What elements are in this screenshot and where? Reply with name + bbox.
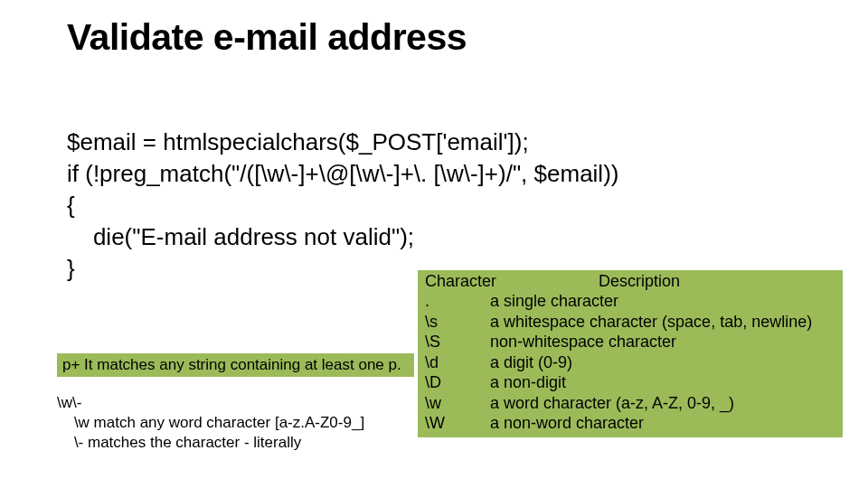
cell-desc: a whitespace character (space, tab, newl… [490, 312, 835, 333]
table-row: .a single character [425, 291, 835, 312]
code-line: die("E-mail address not valid"); [67, 223, 414, 250]
table-row: \wa word character (a-z, A-Z, 0-9, _) [425, 393, 835, 414]
cell-desc: a word character (a-z, A-Z, 0-9, _) [490, 393, 835, 414]
cell-desc: a non-digit [490, 372, 835, 393]
code-line: $email = htmlspecialchars($_POST['email'… [67, 128, 529, 155]
note-p-plus: p+ It matches any string containing at l… [57, 353, 414, 377]
table-row: \Snon-whitespace character [425, 332, 835, 352]
cell-desc: a non-word character [490, 413, 835, 434]
note-w-dash: \w\- \w match any word character [a-z.A-… [57, 393, 364, 453]
regex-char-table: Character Description .a single characte… [418, 270, 843, 437]
header-character: Character [425, 272, 490, 291]
cell-desc: non-whitespace character [490, 332, 835, 352]
table-row: \sa whitespace character (space, tab, ne… [425, 312, 835, 333]
table-row: \Da non-digit [425, 372, 835, 393]
code-line: { [67, 192, 75, 219]
cell-char: \d [425, 352, 490, 373]
code-line: if (!preg_match("/([\w\-]+\@[\w\-]+\. [\… [67, 160, 618, 187]
cell-desc: a digit (0-9) [490, 352, 835, 373]
code-line: } [67, 255, 75, 282]
cell-char: \D [425, 372, 490, 393]
cell-char: . [425, 291, 490, 312]
cell-char: \s [425, 312, 490, 333]
header-description: Description [490, 272, 680, 291]
slide: Validate e-mail address $email = htmlspe… [0, 0, 868, 488]
table-row: \da digit (0-9) [425, 352, 835, 373]
note-line: \- matches the character - literally [57, 434, 301, 451]
table-header: Character Description [425, 272, 835, 291]
slide-title: Validate e-mail address [67, 16, 467, 59]
cell-char: \S [425, 332, 490, 352]
cell-desc: a single character [490, 291, 835, 312]
code-block: $email = htmlspecialchars($_POST['email'… [67, 127, 618, 285]
table-row: \Wa non-word character [425, 413, 835, 434]
note-line: \w\- [57, 394, 81, 411]
cell-char: \w [425, 393, 490, 414]
note-line: \w match any word character [a-z.A-Z0-9_… [57, 414, 364, 431]
cell-char: \W [425, 413, 490, 434]
